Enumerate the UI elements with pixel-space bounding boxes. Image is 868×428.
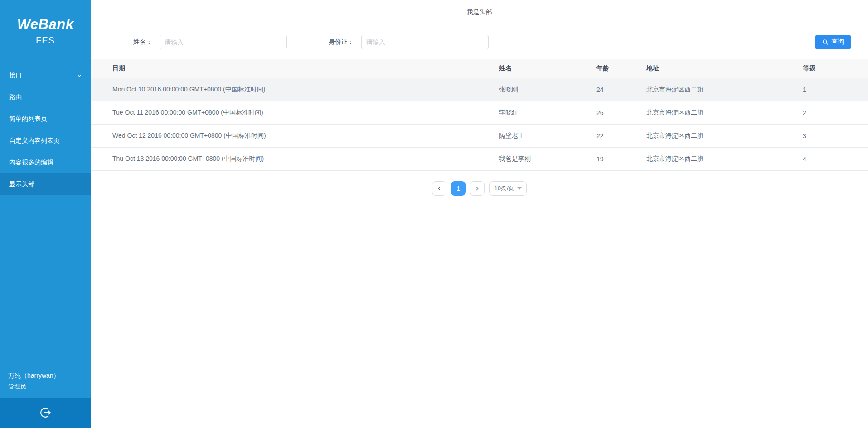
- cell-address: 北京市海淀区西二旗: [638, 147, 795, 170]
- sidebar: WeBank FES 接口 路由 简单的列表页 自定义内容列表页 内容很多的编辑…: [0, 0, 91, 428]
- query-button[interactable]: 查询: [815, 35, 851, 49]
- prev-page-button[interactable]: [432, 181, 446, 196]
- column-header-address: 地址: [638, 59, 795, 78]
- page-title: 我是头部: [467, 8, 492, 16]
- cell-level: 4: [795, 147, 868, 170]
- cell-address: 北京市海淀区西二旗: [638, 101, 795, 124]
- page-number-active[interactable]: 1: [451, 181, 466, 196]
- logo-subtitle: FES: [0, 35, 91, 46]
- sidebar-item-long-edit[interactable]: 内容很多的编辑: [0, 152, 91, 173]
- column-header-name: 姓名: [491, 59, 588, 78]
- next-page-button[interactable]: [470, 181, 485, 196]
- table-row[interactable]: Tue Oct 11 2016 00:00:00 GMT+0800 (中国标准时…: [91, 101, 868, 124]
- sidebar-item-label: 显示头部: [9, 180, 34, 188]
- table-body: Mon Oct 10 2016 00:00:00 GMT+0800 (中国标准时…: [91, 78, 868, 170]
- cell-age: 24: [588, 78, 638, 101]
- cell-age: 19: [588, 147, 638, 170]
- sidebar-item-label: 自定义内容列表页: [9, 137, 60, 145]
- user-info: 万纯（harrywan） 管理员: [0, 370, 91, 398]
- name-field-group: 姓名：: [133, 35, 287, 49]
- query-button-label: 查询: [831, 38, 844, 46]
- cell-age: 22: [588, 124, 638, 147]
- cell-date: Mon Oct 10 2016 00:00:00 GMT+0800 (中国标准时…: [91, 78, 491, 101]
- page-header: 我是头部: [91, 0, 868, 24]
- cell-date: Wed Oct 12 2016 00:00:00 GMT+0800 (中国标准时…: [91, 124, 491, 147]
- sidebar-spacer: [0, 195, 91, 370]
- cell-level: 1: [795, 78, 868, 101]
- cell-name: 李晓红: [491, 101, 588, 124]
- cell-age: 26: [588, 101, 638, 124]
- cell-date: Tue Oct 11 2016 00:00:00 GMT+0800 (中国标准时…: [91, 101, 491, 124]
- chevron-left-icon: [436, 185, 442, 192]
- table-row[interactable]: Wed Oct 12 2016 00:00:00 GMT+0800 (中国标准时…: [91, 124, 868, 147]
- search-bar: 姓名： 身份证： 查询: [91, 24, 868, 59]
- chevron-right-icon: [474, 185, 480, 192]
- table-header-row: 日期 姓名 年龄 地址 等级: [91, 59, 868, 78]
- sidebar-item-interface[interactable]: 接口: [0, 65, 91, 87]
- table-header: 日期 姓名 年龄 地址 等级: [91, 59, 868, 78]
- sidebar-item-show-header[interactable]: 显示头部: [0, 173, 91, 195]
- sidebar-item-label: 简单的列表页: [9, 115, 47, 123]
- logout-icon: [39, 406, 52, 420]
- sidebar-item-route[interactable]: 路由: [0, 87, 91, 108]
- cell-name: 张晓刚: [491, 78, 588, 101]
- table-row[interactable]: Thu Oct 13 2016 00:00:00 GMT+0800 (中国标准时…: [91, 147, 868, 170]
- pagination: 1 10条/页: [91, 181, 868, 196]
- cell-name: 我爸是李刚: [491, 147, 588, 170]
- id-field-group: 身份证：: [329, 35, 489, 49]
- user-name: 万纯（harrywan）: [8, 370, 91, 381]
- caret-down-icon: [517, 187, 522, 190]
- id-input[interactable]: [361, 35, 489, 49]
- sidebar-item-label: 接口: [9, 72, 22, 80]
- name-input[interactable]: [160, 35, 287, 49]
- search-icon: [822, 39, 829, 45]
- logo-brand: WeBank: [0, 16, 91, 33]
- cell-level: 3: [795, 124, 868, 147]
- sidebar-item-simple-list[interactable]: 简单的列表页: [0, 108, 91, 130]
- table-row[interactable]: Mon Oct 10 2016 00:00:00 GMT+0800 (中国标准时…: [91, 78, 868, 101]
- cell-address: 北京市海淀区西二旗: [638, 78, 795, 101]
- chevron-down-icon: [76, 72, 82, 79]
- user-role: 管理员: [8, 381, 91, 392]
- page-size-label: 10条/页: [494, 184, 514, 192]
- sidebar-item-label: 内容很多的编辑: [9, 159, 53, 167]
- cell-name: 隔壁老王: [491, 124, 588, 147]
- logout-button[interactable]: [0, 398, 91, 428]
- sidebar-item-label: 路由: [9, 93, 22, 101]
- cell-address: 北京市海淀区西二旗: [638, 124, 795, 147]
- sidebar-menu: 接口 路由 简单的列表页 自定义内容列表页 内容很多的编辑 显示头部: [0, 65, 91, 195]
- sidebar-item-custom-list[interactable]: 自定义内容列表页: [0, 130, 91, 152]
- column-header-level: 等级: [795, 59, 868, 78]
- name-field-label: 姓名：: [133, 38, 152, 46]
- id-field-label: 身份证：: [329, 38, 354, 46]
- column-header-date: 日期: [91, 59, 491, 78]
- page-size-select[interactable]: 10条/页: [489, 181, 526, 196]
- cell-level: 2: [795, 101, 868, 124]
- main-content: 我是头部 姓名： 身份证： 查询 日期 姓名 年龄 地址: [91, 0, 868, 428]
- column-header-age: 年龄: [588, 59, 638, 78]
- data-table: 日期 姓名 年龄 地址 等级 Mon Oct 10 2016 00:00:00 …: [91, 59, 868, 171]
- cell-date: Thu Oct 13 2016 00:00:00 GMT+0800 (中国标准时…: [91, 147, 491, 170]
- app-logo: WeBank FES: [0, 0, 91, 46]
